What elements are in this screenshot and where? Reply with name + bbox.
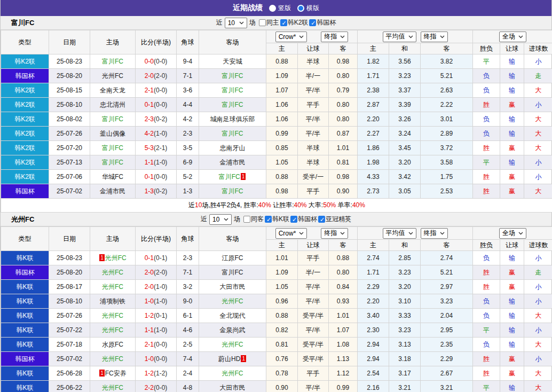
match-row: 韩K联 25-07-26 光州FC 1-2(0-1) 6-1 全北现代 0.88… [1, 309, 552, 323]
result-handicap-cell: 赢 [500, 98, 524, 112]
date-cell: 25-07-26 [49, 309, 90, 323]
avg-home-cell: 2.73 [358, 184, 389, 199]
corner-cell: 7-1 [177, 69, 199, 83]
layout-option-horizontal[interactable]: 横版 [297, 4, 319, 13]
filter-controls: 近 10 场 同客 韩K联 [201, 214, 351, 225]
score-cell: 0-1(0-0) [136, 170, 177, 184]
avg-away-cell: 3.23 [421, 294, 473, 309]
chevron-down-icon [299, 35, 304, 38]
result-handicap-cell: 赢 [500, 265, 524, 280]
checkbox-icon[interactable] [318, 216, 325, 223]
avg-stage-select[interactable]: 终指 [421, 32, 448, 42]
result-goals-cell: 大 [524, 112, 552, 127]
score-cell: 2-1(0-0) [136, 338, 177, 352]
odds-home-cell: 0.88 [266, 309, 298, 323]
avg-stage-select[interactable]: 终指 [421, 228, 448, 239]
corner-cell: 4-2 [177, 112, 199, 127]
result-winlose-cell: 平 [473, 155, 500, 170]
scope-select[interactable]: 全场 [499, 32, 526, 42]
corner-cell: 9-4 [177, 54, 199, 69]
col-header-odds-away: 客 [329, 240, 358, 251]
result-winlose-cell: 胜 [473, 265, 500, 280]
results-table: 类型 日期 主场 比分(半场) 角球 客场 Crow* 终指 平均值 [1, 226, 552, 392]
date-cell: 25-08-02 [49, 112, 90, 127]
avg-draw-cell: 3.23 [389, 323, 421, 338]
checkbox-icon[interactable] [259, 19, 266, 26]
home-team-cell: 1FC安养 [90, 366, 136, 381]
date-cell: 25-08-23 [49, 54, 90, 69]
checkbox-icon[interactable] [280, 19, 287, 26]
average-select[interactable]: 平均值 [383, 228, 416, 239]
date-cell: 25-07-13 [49, 155, 90, 170]
avg-home-cell: 2.87 [358, 98, 389, 112]
home-team-cell: 光州FC [90, 280, 136, 294]
col-header-score: 比分(半场) [136, 30, 177, 54]
recent-count-select[interactable]: 10 [209, 214, 232, 225]
home-team-cell: 光州FC [90, 352, 136, 366]
league-type-cell: 韩国杯 [1, 265, 49, 280]
result-handicap-cell: 输 [500, 323, 524, 338]
score-cell: 2-0(1-0) [136, 280, 177, 294]
score-cell: 4-2(1-0) [136, 127, 177, 141]
odds-away-cell: 0.80 [329, 112, 358, 127]
result-winlose-cell: 胜 [473, 141, 500, 155]
layout-option-vertical[interactable]: 竖版 [269, 4, 291, 13]
match-row: 韩K2联 25-08-02 富川FC 2-3(0-2) 4-2 城南足球俱乐部 … [1, 112, 552, 127]
summary-row: 近10场,胜4平2负4, 胜率:40% 让胜率:40% 大率:50% 单率:40… [1, 199, 552, 213]
away-team-cell: 富川FC [199, 127, 266, 141]
radio-vertical-icon[interactable] [269, 5, 276, 12]
result-goals-cell: 走 [524, 265, 552, 280]
col-header-avg-away: 客 [421, 240, 473, 251]
filter-option: 韩K联 [265, 215, 289, 224]
result-handicap-cell: 赢 [500, 184, 524, 199]
checkbox-icon[interactable] [309, 19, 316, 26]
home-team-cell: 全南天龙 [90, 83, 136, 98]
avg-draw-cell: 2.85 [389, 251, 421, 265]
bookmaker-select[interactable]: Crow* [275, 32, 307, 42]
scope-select[interactable]: 全场 [499, 228, 526, 239]
avg-draw-cell: 3.20 [389, 280, 421, 294]
radio-horizontal-icon[interactable] [297, 5, 304, 12]
result-goals-cell: 小 [524, 54, 552, 69]
filter-option: 韩国杯 [309, 18, 336, 27]
match-row: 韩国杯 25-08-20 光州FC 2-0(2-0) 7-1 富川FC 1.09… [1, 265, 552, 280]
result-handicap-cell: 输 [500, 69, 524, 83]
odds-away-cell: 1.13 [329, 352, 358, 366]
date-cell: 25-06-28 [49, 366, 90, 381]
col-header-corner: 角球 [177, 227, 199, 251]
checkbox-icon[interactable] [243, 216, 250, 223]
match-row: 韩K联 25-06-28 1FC安养 1-2(1-2) 2-4 光州FC 0.7… [1, 366, 552, 381]
avg-home-cell: 1.71 [358, 69, 389, 83]
date-cell: 25-07-18 [49, 338, 90, 352]
league-type-cell: 韩国杯 [1, 184, 49, 199]
odds-away-cell: 0.87 [329, 127, 358, 141]
odds-away-cell: 0.84 [329, 280, 358, 294]
away-team-cell: 富川FC [199, 184, 266, 199]
home-team-cell: 光州FC [90, 69, 136, 83]
handicap-cell: 平/半 [298, 294, 329, 309]
result-goals-cell: 大 [524, 127, 552, 141]
avg-home-cell: 2.74 [358, 251, 389, 265]
match-row: 韩K2联 25-08-23 富川FC 0-0(0-0) 9-4 天安城 0.88… [1, 54, 552, 69]
checkbox-icon[interactable] [265, 216, 272, 223]
odds-stage-select[interactable]: 终指 [321, 32, 348, 42]
average-select[interactable]: 平均值 [383, 32, 416, 42]
odds-stage-select[interactable]: 终指 [321, 228, 348, 239]
result-handicap-cell: 输 [500, 251, 524, 265]
col-header-avg-away: 客 [421, 43, 473, 54]
result-winlose-cell: 负 [473, 294, 500, 309]
handicap-cell: 半/一 [298, 69, 329, 83]
corner-cell: 4-6 [177, 323, 199, 338]
score-cell: 1-0(1-0) [136, 294, 177, 309]
score-cell: 2-0(2-0) [136, 69, 177, 83]
score-cell: 1-0(0-0) [136, 352, 177, 366]
date-cell: 25-06-22 [49, 381, 90, 392]
result-winlose-cell: 负 [473, 309, 500, 323]
col-header-date: 日期 [49, 227, 90, 251]
league-type-cell: 韩K2联 [1, 170, 49, 184]
recent-count-select[interactable]: 10 [225, 18, 247, 28]
col-header-score: 比分(半场) [136, 227, 177, 251]
away-team-cell: 光州FC [199, 366, 266, 381]
checkbox-icon[interactable] [290, 216, 297, 223]
bookmaker-select[interactable]: Crow* [275, 228, 307, 239]
